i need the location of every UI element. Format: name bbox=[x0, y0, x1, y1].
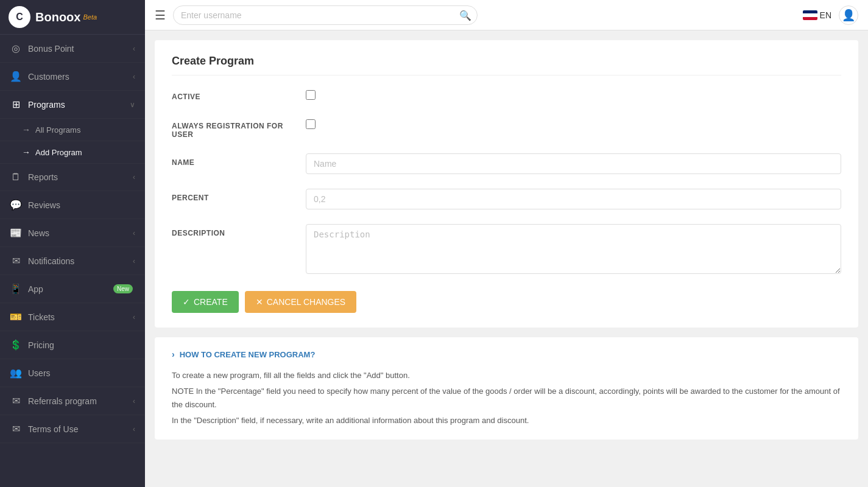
news-icon: 📰 bbox=[10, 227, 22, 239]
bonus-point-icon: ◎ bbox=[10, 43, 22, 54]
description-field bbox=[306, 224, 841, 276]
name-input[interactable] bbox=[306, 153, 841, 174]
customers-icon: 👤 bbox=[10, 71, 22, 82]
always-reg-label: ALWAYS REGISTRATION FOR USER bbox=[172, 117, 306, 139]
sidebar-item-label: Terms of Use bbox=[28, 424, 133, 434]
sidebar-item-label: Programs bbox=[28, 100, 130, 110]
chevron-icon: ‹ bbox=[133, 44, 135, 53]
percent-row: PERCENT bbox=[172, 189, 841, 209]
sidebar-item-label: Reviews bbox=[28, 200, 135, 210]
brand-beta: Beta bbox=[83, 13, 97, 21]
sidebar-item-news[interactable]: 📰 News ‹ bbox=[0, 219, 145, 247]
chevron-icon: ‹ bbox=[133, 397, 135, 405]
search-input[interactable] bbox=[173, 5, 478, 25]
sub-item-label: Add Program bbox=[35, 148, 82, 157]
help-toggle[interactable]: › HOW TO CREATE NEW PROGRAM? bbox=[172, 349, 841, 359]
reports-icon: 🗒 bbox=[10, 172, 22, 183]
chevron-down-icon: ∨ bbox=[130, 100, 135, 109]
chevron-icon: ‹ bbox=[133, 425, 135, 433]
sidebar-item-label: Notifications bbox=[28, 256, 133, 266]
sidebar-item-label: App bbox=[28, 284, 113, 294]
sidebar-item-pricing[interactable]: 💲 Pricing bbox=[0, 331, 145, 359]
programs-icon: ⊞ bbox=[10, 99, 22, 110]
sidebar-item-label: News bbox=[28, 228, 133, 238]
language-selector[interactable]: EN bbox=[803, 10, 831, 20]
app-icon: 📱 bbox=[10, 283, 22, 295]
chevron-icon: ‹ bbox=[133, 257, 135, 265]
percent-input[interactable] bbox=[306, 189, 841, 209]
search-box: 🔍 bbox=[173, 5, 478, 25]
description-textarea[interactable] bbox=[306, 224, 841, 274]
help-line-1: To create a new program, fill all the fi… bbox=[172, 369, 841, 382]
active-field bbox=[306, 88, 841, 102]
create-program-card: Create Program ACTIVE ALWAYS REGISTRATIO… bbox=[155, 40, 858, 328]
sidebar-item-users[interactable]: 👥 Users bbox=[0, 359, 145, 387]
chevron-icon: ‹ bbox=[133, 229, 135, 237]
flag-icon bbox=[803, 10, 817, 20]
sidebar-subitem-all-programs[interactable]: → All Programs bbox=[0, 119, 145, 141]
sidebar-item-customers[interactable]: 👤 Customers ‹ bbox=[0, 63, 145, 91]
pricing-icon: 💲 bbox=[10, 339, 22, 351]
cancel-button[interactable]: ✕ CANCEL CHANGES bbox=[245, 291, 356, 313]
create-button[interactable]: ✓ CREATE bbox=[172, 291, 239, 313]
name-row: NAME bbox=[172, 153, 841, 174]
sidebar-item-referrals-program[interactable]: ✉ Referrals program ‹ bbox=[0, 387, 145, 415]
always-reg-row: ALWAYS REGISTRATION FOR USER bbox=[172, 117, 841, 139]
help-title-label: HOW TO CREATE NEW PROGRAM? bbox=[180, 350, 316, 359]
sidebar-item-bonus-point[interactable]: ◎ Bonus Point ‹ bbox=[0, 35, 145, 63]
sidebar-item-tickets[interactable]: 🎫 Tickets ‹ bbox=[0, 303, 145, 331]
sidebar-item-programs[interactable]: ⊞ Programs ∨ bbox=[0, 91, 145, 119]
checkmark-icon: ✓ bbox=[183, 297, 190, 307]
topbar: ☰ 🔍 EN 👤 bbox=[145, 0, 868, 30]
topbar-right: EN 👤 bbox=[803, 5, 858, 25]
arrow-right-icon: → bbox=[22, 125, 30, 135]
percent-field bbox=[306, 189, 841, 209]
sidebar: C Bonoox Beta ◎ Bonus Point ‹ 👤 Customer… bbox=[0, 0, 145, 487]
arrow-right-icon: → bbox=[22, 147, 30, 157]
tickets-icon: 🎫 bbox=[10, 311, 22, 323]
sidebar-subitem-add-program[interactable]: → Add Program bbox=[0, 141, 145, 164]
active-row: ACTIVE bbox=[172, 88, 841, 102]
main-content: Create Program ACTIVE ALWAYS REGISTRATIO… bbox=[145, 30, 868, 487]
sub-item-label: All Programs bbox=[35, 125, 80, 135]
brand-name: Bonoox bbox=[35, 10, 80, 24]
help-line-2: NOTE In the "Percentage" field you need … bbox=[172, 385, 841, 412]
terms-icon: ✉ bbox=[10, 423, 22, 435]
sidebar-item-label: Bonus Point bbox=[28, 44, 133, 54]
always-reg-field bbox=[306, 117, 841, 131]
chevron-right-icon: › bbox=[172, 349, 175, 359]
search-icon: 🔍 bbox=[459, 9, 471, 21]
logo-text: C bbox=[16, 12, 23, 23]
description-row: DESCRIPTION bbox=[172, 224, 841, 276]
chevron-icon: ‹ bbox=[133, 173, 135, 181]
cancel-label: CANCEL CHANGES bbox=[267, 297, 345, 307]
x-icon: ✕ bbox=[256, 297, 263, 307]
name-field bbox=[306, 153, 841, 174]
active-label: ACTIVE bbox=[172, 88, 306, 101]
sidebar-item-app[interactable]: 📱 App New bbox=[0, 275, 145, 303]
sidebar-item-terms-of-use[interactable]: ✉ Terms of Use ‹ bbox=[0, 415, 145, 443]
lang-label: EN bbox=[820, 10, 831, 20]
referrals-icon: ✉ bbox=[10, 395, 22, 407]
always-reg-checkbox[interactable] bbox=[306, 119, 316, 129]
user-profile-button[interactable]: 👤 bbox=[839, 5, 858, 25]
reviews-icon: 💬 bbox=[10, 199, 22, 211]
create-label: CREATE bbox=[194, 297, 228, 307]
page-title: Create Program bbox=[172, 55, 841, 75]
help-line-3: In the "Description" field, if necessary… bbox=[172, 414, 841, 427]
active-checkbox[interactable] bbox=[306, 90, 316, 100]
sidebar-header: C Bonoox Beta bbox=[0, 0, 145, 35]
description-label: DESCRIPTION bbox=[172, 224, 306, 237]
sidebar-item-reports[interactable]: 🗒 Reports ‹ bbox=[0, 164, 145, 191]
percent-label: PERCENT bbox=[172, 189, 306, 202]
sidebar-item-label: Customers bbox=[28, 72, 133, 82]
sidebar-item-label: Reports bbox=[28, 172, 133, 182]
logo-circle: C bbox=[9, 6, 30, 28]
sidebar-item-label: Referrals program bbox=[28, 396, 133, 406]
hamburger-menu-icon[interactable]: ☰ bbox=[155, 8, 166, 23]
name-label: NAME bbox=[172, 153, 306, 167]
sidebar-item-reviews[interactable]: 💬 Reviews bbox=[0, 191, 145, 219]
sidebar-item-label: Pricing bbox=[28, 340, 135, 350]
users-icon: 👥 bbox=[10, 367, 22, 379]
sidebar-item-notifications[interactable]: ✉ Notifications ‹ bbox=[0, 247, 145, 275]
